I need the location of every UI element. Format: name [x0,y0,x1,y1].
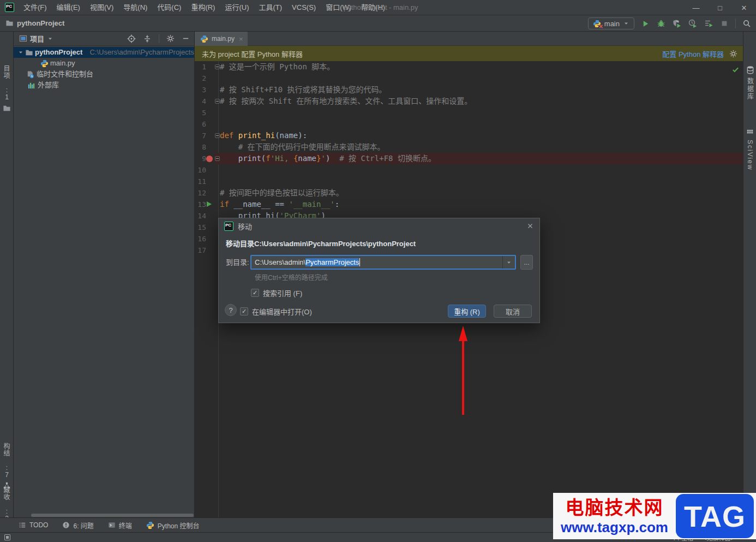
configure-interpreter-link[interactable]: 配置 Python 解释器 [662,49,724,59]
code-line-3[interactable]: 3# 按 Shift+F10 执行或将其替换为您的代码。 [195,84,743,96]
fold-icon[interactable] [215,156,220,161]
lib-icon [27,80,35,91]
tool-button-project[interactable]: 目项 :1 [0,65,14,112]
code-line-12[interactable]: 12# 按间距中的绿色按钮以运行脚本。 [195,187,743,199]
tree-item-临时文件和控制台[interactable]: 临时文件和控制台 [14,69,194,80]
tool-button-sciview[interactable]: SciView [743,129,756,170]
tab-close-icon[interactable]: × [239,35,243,43]
fold-icon[interactable] [215,64,220,69]
menu-item[interactable]: 运行(U) [220,0,254,15]
menu-item[interactable]: 文件(F) [19,0,52,15]
maximize-button[interactable]: □ [708,0,732,15]
profiler-button[interactable] [688,19,698,28]
coverage-button[interactable] [672,19,682,28]
project-tree: pythonProjectC:\Users\admin\PycharmProje… [14,47,194,91]
run-with-button[interactable] [704,19,713,28]
breadcrumb[interactable]: pythonProject [5,19,64,27]
search-references-checkbox[interactable]: ✓ 搜索引用 (F) [251,288,302,298]
code-text: def print_hi(name): [220,130,307,141]
breakpoint-icon[interactable] [206,156,213,162]
close-button[interactable]: ✕ [732,0,756,15]
text-caret [359,258,360,266]
scratch-icon [26,69,34,80]
refactor-button[interactable]: 重构 (R) [448,305,486,318]
target-directory-combobox[interactable]: C:\Users\admin\PycharmProjects [250,255,516,270]
open-in-editor-checkbox[interactable]: ✓ 在编辑器中打开(O) [240,306,312,317]
run-button[interactable] [640,19,650,28]
checkbox-checked-icon: ✓ [251,289,259,297]
code-line-11[interactable]: 11 [195,176,743,187]
banner-gear-icon[interactable] [729,50,737,58]
browse-button[interactable]: ... [520,255,533,270]
hide-panel-icon[interactable] [182,34,190,43]
title-bar: PC 文件(F)编辑(E)视图(V)导航(N)代码(C)重构(R)运行(U)工具… [0,0,756,15]
toggle-stripes-icon[interactable] [4,534,10,540]
run-configuration-select[interactable]: ✕ main [588,17,634,29]
tool-button-终端[interactable]: 终端 [108,521,132,530]
code-line-5[interactable]: 5 [195,107,743,118]
fold-icon[interactable] [215,133,220,138]
line-number: 16 [195,233,206,245]
search-everywhere-icon[interactable] [742,19,752,28]
minimize-button[interactable]: — [684,0,708,15]
main-toolbar: pythonProject ✕ main [0,15,756,32]
line-number: 13 [195,199,206,210]
project-panel-title[interactable]: 项目 [19,33,53,44]
horizontal-scrollbar[interactable] [31,514,194,517]
left-tool-stripe: 目项 :1 构结 :7 藏收 :2 [0,32,14,517]
tree-item-label: main.py [50,58,75,69]
locate-file-icon[interactable] [127,34,136,43]
menu-item[interactable]: 导航(N) [118,0,152,15]
code-line-2[interactable]: 2 [195,73,743,84]
run-line-icon[interactable] [207,201,212,207]
project-panel-title-label: 项目 [30,33,44,44]
menu-item[interactable]: 重构(R) [186,0,220,15]
debug-button[interactable] [656,19,666,28]
code-line-4[interactable]: 4# 按 按两次 Shift 在所有地方搜索类、文件、工具窗口、操作和设置。 [195,96,743,107]
combobox-dropdown-arrow[interactable] [502,256,515,269]
menu-item[interactable]: 工具(T) [254,0,287,15]
run-config-name: main [604,20,620,28]
help-button[interactable]: ? [225,304,237,316]
tool-button-TODO[interactable]: TODO [19,521,48,529]
tool-button-Python 控制台[interactable]: Python 控制台 [146,521,200,530]
menu-item[interactable]: 代码(C) [152,0,186,15]
menu-item[interactable]: 视图(V) [85,0,118,15]
code-line-8[interactable]: 8 # 在下面的代码行中使用断点来调试脚本。 [195,141,743,153]
tool-button-label: Python 控制台 [158,521,200,530]
tool-button-structure[interactable]: 构结 :7 [0,443,14,489]
tab-main-py[interactable]: main.py × [195,32,248,46]
cancel-button[interactable]: 取消 [494,305,532,318]
menu-item[interactable]: VCS(S) [287,0,321,15]
tree-item-pythonProject[interactable]: pythonProjectC:\Users\admin\PycharmProje… [14,47,194,58]
folder-icon [3,104,11,112]
tree-item-main.py[interactable]: main.py [14,58,194,69]
code-line-1[interactable]: 1# 这是一个示例 Python 脚本。 [195,61,743,73]
fold-icon[interactable] [215,99,220,104]
chevron-down-icon[interactable] [17,47,24,58]
menu-bar: 文件(F)编辑(E)视图(V)导航(N)代码(C)重构(R)运行(U)工具(T)… [19,0,390,15]
site-watermark: 电脑技术网 www.tagxp.com TAG [553,493,756,539]
tool-button-database[interactable]: 数据库 [743,65,756,100]
pycharm-logo-icon: PC [5,3,14,12]
tree-item-外部库[interactable]: 外部库 [14,80,194,91]
code-line-6[interactable]: 6 [195,118,743,130]
watermark-site-name: 电脑技术网 [553,497,676,519]
code-line-13[interactable]: 13if __name__ == '__main__': [195,199,743,210]
stop-button[interactable] [719,19,729,28]
tool-button-label: 6: 问题 [73,521,93,530]
folder-icon [5,19,14,27]
tree-item-label: 临时文件和控制台 [37,69,93,80]
code-line-10[interactable]: 10 [195,164,743,176]
dialog-close-icon[interactable] [526,222,534,230]
tool-button-6: 问题[interactable]: 6: 问题 [62,521,93,530]
line-number: 7 [195,130,206,141]
term-icon [108,521,116,529]
collapse-all-icon[interactable] [143,34,152,43]
code-line-7[interactable]: 7def print_hi(name): [195,130,743,141]
structure-stripe-label: 构结 :7 [3,443,10,479]
python-config-icon: ✕ [593,20,601,28]
gear-icon[interactable] [166,34,175,43]
code-line-9[interactable]: 9 print(f'Hi, {name}') # 按 Ctrl+F8 切换断点。 [195,153,743,164]
menu-item[interactable]: 编辑(E) [52,0,85,15]
